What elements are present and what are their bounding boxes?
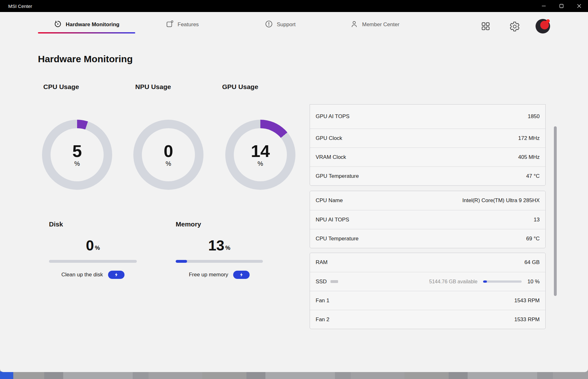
hardware-monitoring-icon [54, 20, 62, 29]
lightning-icon [239, 273, 243, 277]
stat-value: 1533 RPM [514, 316, 540, 323]
stat-row-npu-ai-tops: NPU AI TOPS 13 [310, 210, 545, 229]
window-title: MSI Center [8, 3, 32, 9]
tab-hardware-monitoring[interactable]: Hardware Monitoring [38, 16, 135, 33]
disk-action-row: Clean up the disk [49, 270, 137, 280]
ssd-indicator-chip [330, 280, 338, 283]
member-center-icon [350, 20, 358, 29]
stat-value: 64 GB [524, 259, 540, 266]
stat-label: NPU AI TOPS [316, 217, 349, 223]
stat-row-gpu-clock: GPU Clock 172 MHz [310, 129, 545, 147]
clean-disk-label: Clean up the disk [61, 272, 103, 278]
features-icon [166, 20, 174, 29]
tab-label: Member Center [362, 21, 399, 28]
stat-row-fan1: Fan 1 1543 RPM [310, 291, 545, 310]
stat-label: GPU Clock [316, 135, 342, 141]
scrollbar[interactable] [554, 126, 557, 296]
minimize-icon [542, 4, 546, 8]
system-stats-group: RAM 64 GB SSD 5144.76 GB available 10 % … [310, 253, 546, 329]
stat-row-cpu-temperature: CPU Temperature 69 °C [310, 229, 545, 248]
stat-value: Intel(R) Core(TM) Ultra 9 285HX [462, 197, 540, 204]
cpu-gauge-center: 5 % [51, 128, 104, 181]
tab-label: Features [178, 21, 199, 28]
memory-progress-bar [176, 260, 263, 263]
user-avatar[interactable] [536, 19, 550, 33]
free-memory-button[interactable] [233, 271, 250, 279]
npu-usage-gauge: 0 % [133, 120, 203, 190]
stat-label: SSD [316, 279, 327, 285]
stat-row-ram: RAM 64 GB [310, 253, 545, 272]
stat-label: RAM [316, 259, 328, 266]
tab-label: Support [277, 21, 296, 28]
tab-member-center[interactable]: Member Center [350, 16, 399, 33]
stat-row-cpu-name: CPU Name Intel(R) Core(TM) Ultra 9 285HX [310, 191, 545, 210]
msi-center-window: MSI Center Hardware Monitoring [0, 0, 588, 372]
stat-row-ssd: SSD 5144.76 GB available 10 % [310, 272, 545, 291]
settings-button[interactable] [508, 20, 521, 33]
minimize-button[interactable] [535, 0, 553, 12]
npu-usage-value: 0 [164, 142, 173, 159]
disk-percent: 0 [86, 238, 94, 253]
disk-label: Disk [49, 220, 63, 228]
npu-gauge-center: 0 % [142, 128, 195, 181]
disk-percent-unit: % [95, 245, 100, 251]
gpu-usage-label: GPU Usage [222, 83, 258, 91]
disk-progress-bar [49, 260, 137, 263]
support-icon [265, 20, 273, 29]
stat-value: 10 % [527, 279, 540, 285]
stat-row-fan2: Fan 2 1533 RPM [310, 310, 545, 329]
gpu-gauge-center: 14 % [234, 128, 287, 181]
notification-dot [546, 19, 550, 23]
stat-label: Fan 1 [316, 298, 329, 304]
stat-row-gpu-temperature: GPU Temperature 47 °C [310, 166, 545, 185]
maximize-button[interactable] [553, 0, 570, 12]
tab-features[interactable]: Features [166, 16, 199, 33]
stat-value: 69 °C [526, 236, 540, 242]
free-memory-label: Free up memory [189, 272, 228, 278]
gpu-stats-group: GPU AI TOPS 1850 GPU Clock 172 MHz VRAM … [310, 104, 546, 186]
gpu-usage-value: 14 [251, 142, 270, 159]
stat-value: 172 MHz [518, 135, 540, 141]
lightning-icon [114, 273, 118, 277]
memory-label: Memory [176, 220, 201, 228]
memory-value: 13 % [176, 235, 263, 253]
npu-usage-unit: % [166, 160, 171, 167]
gear-icon [509, 21, 520, 32]
tab-support[interactable]: Support [265, 16, 296, 33]
maximize-icon [559, 4, 564, 8]
stat-value: 1850 [528, 113, 540, 120]
memory-percent: 13 [208, 238, 224, 253]
memory-percent-unit: % [225, 245, 230, 251]
cpu-stats-group: CPU Name Intel(R) Core(TM) Ultra 9 285HX… [310, 191, 546, 248]
stat-row-gpu-ai-tops: GPU AI TOPS 1850 [310, 105, 545, 129]
cpu-usage-value: 5 [72, 142, 82, 159]
stat-label: GPU AI TOPS [316, 113, 349, 120]
npu-usage-label: NPU Usage [135, 83, 171, 91]
cpu-usage-label: CPU Usage [43, 83, 79, 91]
window-controls [535, 0, 588, 12]
ssd-available-text: 5144.76 GB available [429, 279, 477, 285]
stat-value: 47 °C [526, 173, 540, 179]
page-title: Hardware Monitoring [38, 54, 133, 64]
titlebar: MSI Center [0, 0, 588, 12]
stat-row-vram-clock: VRAM Clock 405 MHz [310, 147, 545, 166]
gpu-usage-unit: % [258, 160, 263, 167]
apps-grid-button[interactable] [479, 20, 492, 33]
clean-disk-button[interactable] [108, 271, 124, 279]
cpu-usage-unit: % [74, 160, 80, 167]
desktop-taskbar-item [0, 371, 13, 379]
close-icon [577, 4, 581, 8]
ssd-progress-bar [483, 280, 522, 283]
stat-value: 405 MHz [518, 154, 540, 160]
stat-label: CPU Temperature [316, 236, 359, 242]
stat-label: Fan 2 [316, 316, 329, 323]
close-button[interactable] [570, 0, 588, 12]
cpu-usage-gauge: 5 % [42, 120, 112, 190]
disk-value: 0 % [49, 235, 137, 253]
stat-value: 1543 RPM [514, 298, 540, 304]
memory-progress-fill [176, 260, 187, 263]
tab-label: Hardware Monitoring [66, 21, 119, 28]
gpu-usage-gauge: 14 % [225, 120, 295, 190]
stat-label: VRAM Clock [316, 154, 346, 160]
active-tab-underline [38, 32, 135, 33]
